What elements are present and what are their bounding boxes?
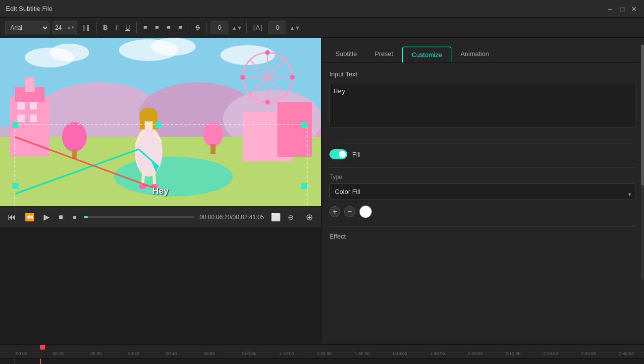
tab-animation[interactable]: Animation [451, 46, 498, 62]
color-swatch-white[interactable] [359, 205, 372, 218]
svg-rect-51 [12, 122, 18, 128]
tab-customize[interactable]: Customize [402, 47, 451, 62]
ruler-mark-7: 1:10:00 [279, 351, 294, 356]
playhead-top [40, 345, 45, 350]
align-center-button[interactable]: ≡ [153, 21, 161, 34]
ruler-mark-14: 2:20:00 [543, 351, 558, 356]
fill-toggle[interactable] [329, 149, 347, 159]
ruler-mark-3: 00:30 [128, 351, 140, 356]
ruler-mark-6: 1:00:00 [241, 351, 256, 356]
effect-label: Effect [329, 233, 636, 240]
svg-rect-16 [30, 115, 37, 122]
subtitle-overlay: Hey [152, 186, 168, 196]
input-text-label: Input Text [329, 70, 636, 78]
align-left-button[interactable]: ≡ [141, 21, 150, 34]
svg-point-31 [203, 122, 223, 147]
align-right-button[interactable]: ≡ [164, 21, 173, 34]
ruler-mark-9: 1:30:00 [355, 351, 370, 356]
skip-back-button[interactable]: ⏮ [6, 211, 18, 224]
input-text-field[interactable]: Hey [329, 83, 636, 127]
tracking-arrows: ▲▼ [289, 25, 300, 31]
title-bar: Edit Subtitle File – □ ✕ [0, 0, 644, 18]
bold-button[interactable]: B [101, 21, 110, 34]
minimize-button[interactable]: – [606, 5, 614, 13]
divider-1 [329, 143, 636, 143]
svg-point-26 [290, 75, 295, 80]
color-row: + − [329, 205, 636, 218]
divider-3 [329, 226, 636, 227]
ruler-mark-5: 00:50 [204, 351, 215, 356]
tab-preset[interactable]: Preset [366, 46, 402, 62]
tracking-icon[interactable]: |A| [251, 21, 266, 34]
frame-back-button[interactable]: ⏪ [23, 210, 37, 224]
ruler-mark-11: 1:50:00 [430, 351, 445, 356]
type-select-wrapper: Color Fill Gradient Fill None [329, 183, 636, 205]
ruler-mark-4: 00:40 [166, 351, 177, 356]
type-select[interactable]: Color Fill Gradient Fill None [329, 183, 636, 199]
svg-rect-53 [301, 122, 307, 128]
loop-button[interactable]: ● [70, 211, 79, 224]
svg-point-4 [151, 38, 196, 56]
sep-1 [96, 22, 97, 33]
timeline-tracks: T ... ... ... ... a... What do... ... [0, 359, 644, 364]
progress-bar[interactable] [84, 216, 195, 218]
columns-icon[interactable]: ‖‖ [80, 21, 92, 34]
playback-controls: ⏮ ⏪ ▶ ■ ● 00:00:06:20/00:02:41:05 ⬜ ⊖ ⊕ [0, 206, 321, 227]
tabs-row: Subtitle Preset Customize Animation [322, 38, 644, 62]
opacity-input[interactable] [211, 21, 228, 34]
italic-button[interactable]: I [113, 21, 120, 34]
ruler-mark-1: 00:10 [53, 351, 64, 356]
svg-point-29 [62, 122, 87, 152]
track-label-t: T [0, 359, 15, 364]
scene-svg [0, 38, 321, 206]
time-display: 00:00:06:20/00:02:41:05 [200, 214, 264, 221]
font-family-select[interactable]: Arial [5, 21, 50, 34]
video-container[interactable]: Hey [0, 38, 321, 206]
panel-content: Input Text Hey Fill Type Color Fill Grad… [322, 62, 644, 344]
sep-5 [246, 22, 247, 33]
svg-line-42 [143, 169, 144, 184]
svg-rect-13 [17, 102, 25, 110]
svg-point-2 [50, 44, 89, 61]
zoom-add-button[interactable]: ⊕ [304, 210, 315, 225]
tab-subtitle[interactable]: Subtitle [326, 46, 366, 62]
svg-rect-52 [155, 122, 161, 128]
right-scrollbar[interactable] [641, 45, 644, 280]
close-button[interactable]: ✕ [630, 5, 638, 13]
svg-rect-35 [144, 127, 154, 152]
toggle-knob [339, 151, 346, 158]
main-area: Hey ⏮ ⏪ ▶ ■ ● 00:00:06:20/00:02:41:05 ⬜ … [0, 38, 644, 344]
underline-button[interactable]: U [123, 21, 132, 34]
svg-point-23 [265, 50, 270, 55]
remove-color-button[interactable]: − [344, 206, 355, 217]
svg-rect-38 [140, 115, 145, 129]
play-button[interactable]: ▶ [42, 210, 52, 224]
video-panel: Hey ⏮ ⏪ ▶ ■ ● 00:00:06:20/00:02:41:05 ⬜ … [0, 38, 321, 344]
ruler-mark-16: 2:40:00 [619, 351, 634, 356]
stop-button[interactable]: ■ [56, 211, 65, 224]
timeline-ruler: :00:00 00:10 00:20 00:30 00:40 00:50 1:0… [0, 345, 644, 359]
fullscreen-button[interactable]: ⬜ [269, 210, 283, 224]
font-size-value: 24 [55, 24, 61, 31]
ruler-mark-13: 2:10:00 [506, 351, 521, 356]
formatting-toolbar: Arial 24 ▲▼ ‖‖ B I U ≡ ≡ ≡ ≡ S ▲▼ |A| ▲▼ [0, 18, 644, 38]
sep-2 [136, 22, 137, 33]
tracking-input[interactable] [268, 21, 286, 34]
svg-rect-14 [30, 102, 37, 110]
maximize-button[interactable]: □ [618, 5, 626, 13]
svg-point-24 [265, 100, 270, 105]
ruler-mark-2: 00:20 [90, 351, 102, 356]
add-color-button[interactable]: + [329, 206, 340, 217]
ruler-mark-15: 2:30:00 [581, 351, 596, 356]
ruler-mark-8: 1:20:00 [317, 351, 332, 356]
fill-label: Fill [352, 151, 361, 158]
type-label: Type [329, 174, 636, 181]
svg-point-33 [114, 157, 233, 196]
track-content[interactable]: ... ... ... ... a... What do... ... ... … [15, 359, 644, 364]
svg-line-43 [154, 169, 155, 184]
strikethrough-button[interactable]: S [193, 21, 203, 34]
sep-3 [189, 22, 189, 33]
timeline-section: :00:00 00:10 00:20 00:30 00:40 00:50 1:0… [0, 344, 644, 364]
align-justify-button[interactable]: ≡ [176, 21, 185, 34]
svg-rect-58 [301, 183, 307, 189]
